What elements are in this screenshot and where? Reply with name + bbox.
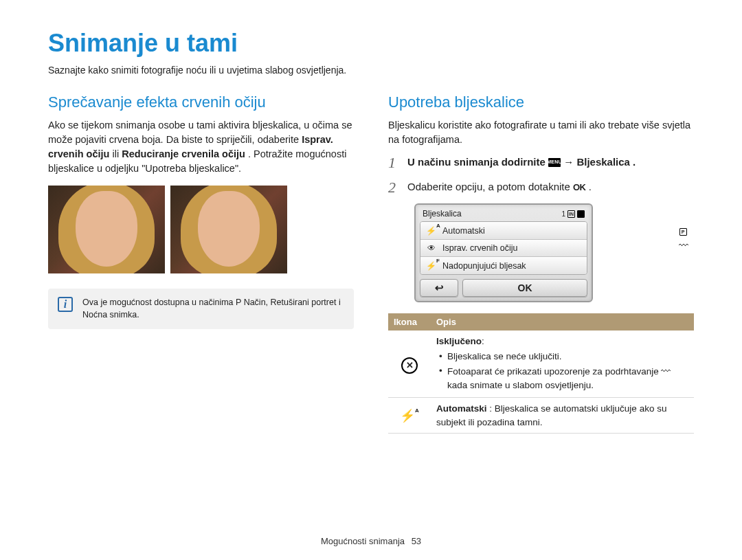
text: U načinu snimanja dodirnite [407, 156, 548, 168]
lcd-footer: ↩ OK [420, 279, 587, 297]
right-heading: Upotreba bljeskalice [388, 93, 694, 111]
lcd-title: Bljeskalica [423, 209, 462, 219]
page-title: Snimanje u tami [48, 29, 694, 58]
camera-lcd: Bljeskalica 1 IN ⚡A Automatski [414, 203, 593, 302]
footer-page-number: 53 [412, 536, 421, 546]
back-button[interactable]: ↩ [420, 279, 458, 297]
lcd-side-icons: P 〰 [679, 228, 687, 251]
page-footer: Mogućnosti snimanja 53 [0, 536, 742, 546]
shake-icon: 〰 [661, 364, 669, 378]
photo-corrected [170, 186, 287, 273]
text: Fotoaparat će prikazati upozorenje za po… [447, 366, 661, 377]
text-bold: Bljeskalica [576, 156, 630, 168]
mode-icon: P [679, 228, 687, 236]
page: Snimanje u tami Saznajte kako snimiti fo… [0, 0, 742, 560]
camera-lcd-wrapper: Bljeskalica 1 IN ⚡A Automatski [388, 203, 694, 302]
ok-button[interactable]: OK [462, 279, 587, 297]
step-2: 2 Odaberite opciju, a potom dotaknite OK… [388, 179, 694, 197]
lcd-item-redeye[interactable]: 👁 Isprav. crvenih očiju [420, 240, 587, 257]
flash-fill-icon: ⚡F [426, 260, 437, 271]
left-paragraph: Ako se tijekom snimanja osobe u tami akt… [48, 118, 354, 176]
lcd-item-label: Isprav. crvenih očiju [442, 243, 518, 253]
note-box: i Ova je mogućnost dostupna u načinima P… [48, 289, 354, 329]
options-table: Ikona Opis ✕ Isključeno: Bljeskalica se … [388, 313, 694, 434]
left-column: Sprečavanje efekta crvenih očiju Ako se … [48, 93, 354, 434]
cell-desc: Automatski : Bljeskalica se automatski u… [431, 398, 694, 434]
text: kada snimate u slabom osvjetljenju. [447, 380, 594, 390]
battery-icon [577, 210, 585, 218]
menu-icon: MENU [548, 158, 561, 167]
lcd-option-list: ⚡A Automatski 👁 Isprav. crvenih očiju ⚡F… [420, 221, 587, 275]
cell-icon: ✕ [388, 331, 431, 398]
flash-off-icon: ✕ [401, 357, 418, 374]
eye-icon: 👁 [426, 243, 437, 253]
photo-red-eye [48, 186, 165, 273]
cell-icon: ⚡A [388, 398, 431, 434]
lcd-count: 1 [561, 210, 565, 218]
steps-list: 1 U načinu snimanja dodirnite MENU → Blj… [388, 154, 694, 197]
flash-auto-icon: ⚡A [426, 225, 437, 236]
bullet: Fotoaparat će prikazati upozorenje za po… [438, 364, 688, 392]
lcd-status-icons: 1 IN [561, 210, 585, 218]
table-row: ✕ Isključeno: Bljeskalica se neće uključ… [388, 331, 694, 398]
ok-label: OK [518, 282, 532, 293]
flash-auto-icon: ⚡A [400, 409, 419, 423]
lcd-item-fill[interactable]: ⚡F Nadopunjujući bljesak [420, 257, 587, 274]
row-title: Automatski [436, 403, 487, 414]
storage-icon: IN [567, 210, 575, 218]
step-number: 1 [388, 154, 401, 172]
ok-icon: OK [573, 181, 586, 194]
lcd-item-auto[interactable]: ⚡A Automatski [420, 222, 587, 240]
step-1: 1 U načinu snimanja dodirnite MENU → Blj… [388, 154, 694, 172]
bullet: Bljeskalica se neće uključiti. [438, 350, 688, 363]
cell-desc: Isključeno: Bljeskalica se neće uključit… [431, 331, 694, 398]
th-icon: Ikona [388, 313, 431, 331]
page-subtitle: Saznajte kako snimiti fotografije noću i… [48, 65, 694, 76]
note-text: Ova je mogućnost dostupna u načinima P N… [82, 297, 344, 321]
text: Odaberite opciju, a potom dotaknite [407, 181, 573, 192]
row-title: Isključeno [436, 336, 482, 346]
text-bold: Reduciranje crvenila očiju [122, 148, 245, 159]
right-paragraph: Bljeskalicu koristite ako fotografirate … [388, 118, 694, 147]
table-row: ⚡A Automatski : Bljeskalica se automatsk… [388, 398, 694, 434]
lcd-header: Bljeskalica 1 IN [420, 209, 587, 220]
shake-icon: 〰 [679, 240, 687, 251]
example-photos [48, 186, 354, 273]
step-text: U načinu snimanja dodirnite MENU → Bljes… [407, 154, 636, 170]
lcd-item-label: Automatski [442, 226, 485, 236]
th-desc: Opis [431, 313, 694, 331]
text: → [563, 156, 576, 168]
step-text: Odaberite opciju, a potom dotaknite OK . [407, 179, 592, 195]
back-arrow-icon: ↩ [435, 282, 444, 294]
text: ili [112, 148, 122, 159]
footer-section: Mogućnosti snimanja [321, 536, 405, 546]
right-column: Upotreba bljeskalice Bljeskalicu koristi… [388, 93, 694, 434]
note-icon: i [58, 297, 73, 312]
lcd-item-label: Nadopunjujući bljesak [442, 261, 526, 271]
left-heading: Sprečavanje efekta crvenih očiju [48, 93, 354, 111]
text: . [589, 181, 592, 192]
two-column-layout: Sprečavanje efekta crvenih očiju Ako se … [48, 93, 694, 434]
step-number: 2 [388, 179, 401, 197]
text: . [633, 156, 636, 168]
